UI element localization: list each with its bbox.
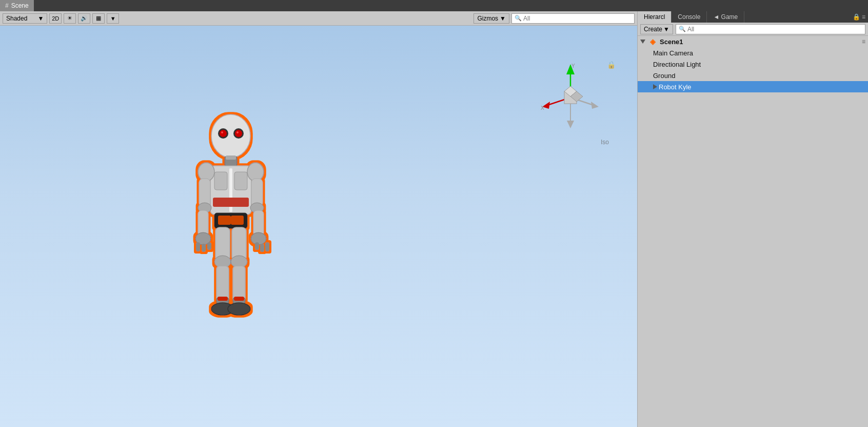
gizmo-svg: Y X — [540, 62, 601, 133]
svg-point-45 — [228, 303, 250, 315]
image-icon: ▦ — [96, 15, 101, 22]
tab-game[interactable]: ◄ Game — [707, 11, 744, 23]
lock-icon[interactable]: 🔒 — [607, 61, 616, 69]
svg-point-4 — [235, 130, 242, 137]
svg-rect-29 — [260, 244, 264, 252]
scene-expand-icon — [640, 40, 645, 44]
sun-button[interactable]: ☀ — [64, 13, 76, 24]
shaded-dropdown[interactable]: Shaded ▼ — [3, 13, 47, 24]
iso-label: Iso — [601, 139, 609, 146]
svg-rect-12 — [234, 172, 247, 190]
directional-light-label: Directional Light — [653, 61, 701, 68]
svg-rect-28 — [255, 242, 259, 250]
panel-tab-extras: 🔒 ≡ — [853, 13, 868, 21]
tab-area — [34, 0, 868, 11]
svg-point-6 — [236, 131, 239, 133]
svg-rect-38 — [218, 297, 228, 301]
more-icon: ▼ — [110, 15, 116, 22]
hierarchy-search-box[interactable]: 🔍 — [676, 24, 865, 34]
svg-rect-30 — [265, 242, 269, 251]
scene-search-icon: 🔍 — [515, 15, 522, 22]
scene-name: Scene1 — [660, 38, 683, 46]
sound-icon: 🔊 — [81, 15, 88, 22]
sound-button[interactable]: 🔊 — [78, 13, 90, 24]
robot-kyle-label: Robot Kyle — [659, 83, 692, 91]
sun-icon: ☀ — [67, 15, 72, 22]
hierarchy-search-input[interactable] — [687, 26, 862, 33]
create-arrow-icon: ▼ — [663, 26, 669, 33]
svg-rect-33 — [231, 216, 244, 225]
svg-point-3 — [220, 130, 227, 137]
main-camera-label: Main Camera — [653, 49, 693, 57]
svg-rect-8 — [226, 156, 236, 160]
create-button[interactable]: Create ▼ — [640, 24, 673, 34]
scene-toolbar: Shaded ▼ 2D ☀ 🔊 ▦ ▼ Gizmos ▼ — [0, 11, 637, 26]
svg-point-5 — [221, 131, 223, 133]
svg-rect-22 — [207, 242, 211, 250]
hierarchy-item-main-camera[interactable]: Main Camera — [638, 47, 868, 59]
hierarchy-search-icon: 🔍 — [679, 26, 686, 32]
hierarchy-toolbar: Create ▼ 🔍 — [638, 23, 868, 36]
tab-game-label: ◄ Game — [713, 13, 738, 21]
tab-hierarchy-label: Hierarcl — [644, 13, 665, 21]
lock-panel-icon[interactable]: 🔒 — [853, 13, 860, 21]
two-d-label: 2D — [52, 15, 59, 22]
svg-rect-42 — [233, 266, 245, 302]
create-label: Create — [644, 26, 662, 33]
svg-rect-11 — [214, 172, 227, 190]
shaded-arrow-icon: ▼ — [37, 15, 44, 22]
shaded-label: Shaded — [6, 15, 27, 22]
hierarchy-item-ground[interactable]: Ground — [638, 70, 868, 81]
svg-text:X: X — [541, 105, 544, 111]
scene-viewport: Y X 🔒 — [0, 26, 637, 427]
gizmos-label: Gizmos — [477, 15, 498, 22]
image-button[interactable]: ▦ — [92, 13, 105, 24]
scene-panel: Shaded ▼ 2D ☀ 🔊 ▦ ▼ Gizmos ▼ — [0, 11, 637, 427]
svg-rect-32 — [218, 216, 231, 225]
top-tab-bar: # Scene — [0, 0, 868, 11]
svg-marker-55 — [567, 121, 574, 128]
panel-options-icon[interactable]: ≡ — [862, 13, 865, 21]
svg-point-0 — [211, 114, 250, 158]
svg-marker-53 — [591, 102, 599, 109]
svg-text:Y: Y — [571, 63, 575, 69]
hierarchy-scene-root[interactable]: ◈ Scene1 ≡ — [638, 36, 868, 47]
main-area: Shaded ▼ 2D ☀ 🔊 ▦ ▼ Gizmos ▼ — [0, 11, 868, 427]
scene-search-input[interactable] — [523, 15, 632, 22]
svg-rect-44 — [234, 297, 244, 301]
unity-logo-icon: ◈ — [648, 37, 657, 46]
iso-text: Iso — [601, 139, 609, 146]
two-d-button[interactable]: 2D — [49, 13, 62, 24]
scene-search-box[interactable]: 🔍 — [511, 13, 635, 24]
tab-console-label: Console — [678, 13, 700, 21]
robot-character — [154, 103, 308, 349]
tab-console[interactable]: Console — [672, 11, 707, 23]
hierarchy-item-directional-light[interactable]: Directional Light — [638, 59, 868, 70]
hierarchy-item-robot-kyle[interactable]: Robot Kyle — [638, 81, 868, 92]
hierarchy-panel: Hierarcl Console ◄ Game 🔒 ≡ Create ▼ 🔍 — [637, 11, 868, 427]
svg-rect-36 — [216, 266, 229, 302]
svg-rect-13 — [213, 198, 249, 207]
tab-hierarchy[interactable]: Hierarcl — [638, 11, 672, 23]
robot-kyle-expand-icon — [653, 84, 657, 89]
scene-tab-label: Scene — [11, 2, 29, 9]
hash-icon: # — [5, 2, 9, 9]
svg-rect-21 — [202, 244, 206, 252]
scene-tab[interactable]: # Scene — [0, 0, 34, 11]
panel-tabs: Hierarcl Console ◄ Game 🔒 ≡ — [638, 11, 868, 23]
ground-label: Ground — [653, 72, 675, 80]
robot-svg — [154, 103, 308, 349]
gizmo-cube[interactable]: Y X — [540, 62, 601, 128]
hierarchy-content: ◈ Scene1 ≡ Main Camera Directional Light… — [638, 36, 868, 427]
more-button[interactable]: ▼ — [107, 13, 119, 24]
gizmos-arrow-icon: ▼ — [500, 15, 506, 22]
scene-options-icon[interactable]: ≡ — [862, 38, 865, 45]
gizmos-button[interactable]: Gizmos ▼ — [474, 13, 509, 24]
svg-rect-20 — [196, 242, 200, 251]
